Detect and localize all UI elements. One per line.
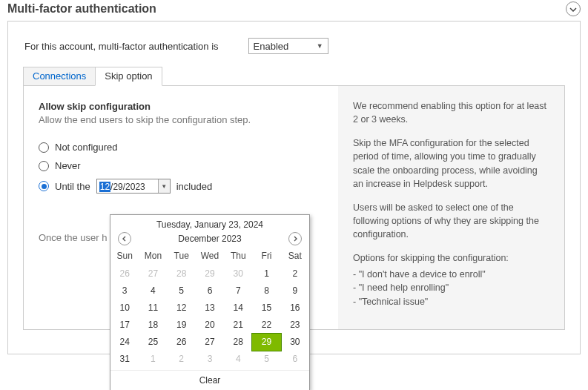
- radio-not-configured[interactable]: [39, 142, 49, 153]
- tab-skip-option[interactable]: Skip option: [95, 67, 162, 86]
- radio-until[interactable]: [39, 181, 49, 191]
- calendar-day[interactable]: 13: [196, 300, 224, 317]
- calendar-day[interactable]: 11: [139, 300, 167, 317]
- arrow-right-icon: [292, 234, 298, 243]
- mfa-status-dropdown[interactable]: Enabled ▼: [248, 38, 328, 54]
- mfa-status-row: For this account, multi-factor authentic…: [8, 22, 580, 66]
- calendar-day[interactable]: 1: [252, 265, 280, 282]
- tab-connections[interactable]: Connections: [23, 67, 96, 86]
- radio-label: Never: [55, 160, 81, 171]
- info-option: "I need help enrolling": [353, 281, 549, 294]
- calendar-day[interactable]: 2: [168, 351, 196, 368]
- tab-label: Skip option: [105, 70, 152, 82]
- radio-label: Not configured: [55, 142, 118, 153]
- tab-label: Connections: [33, 70, 86, 82]
- info-panel: We recommend enabling this option for at…: [338, 86, 564, 329]
- info-option: "I don't have a device to enroll": [353, 268, 549, 281]
- radio-never[interactable]: [39, 161, 49, 171]
- date-picker-clear-button[interactable]: Clear: [110, 370, 309, 387]
- calendar-day[interactable]: 1: [139, 351, 167, 368]
- calendar-day[interactable]: 16: [281, 300, 309, 317]
- until-date-dropdown-button[interactable]: ▼: [158, 179, 170, 193]
- calendar-day[interactable]: 7: [224, 282, 252, 300]
- calendar-day[interactable]: 26: [168, 334, 196, 351]
- calendar-day[interactable]: 20: [196, 317, 224, 334]
- info-options-list: "I don't have a device to enroll" "I nee…: [353, 268, 549, 308]
- radio-row-until[interactable]: Until the 12/29/2023 ▼ included: [39, 179, 323, 194]
- prev-month-button[interactable]: [118, 232, 131, 245]
- date-picker-popup: Tuesday, January 23, 2024 December 2023 …: [110, 214, 310, 390]
- calendar-day[interactable]: 12: [168, 300, 196, 317]
- collapse-toggle[interactable]: [566, 1, 581, 16]
- date-selected-segment: 12: [99, 182, 110, 192]
- calendar-day[interactable]: 30: [224, 265, 252, 282]
- until-date-input[interactable]: 12/29/2023 ▼: [96, 179, 171, 194]
- calendar-day[interactable]: 30: [281, 334, 309, 351]
- arrow-left-icon: [122, 234, 128, 243]
- calendar-day[interactable]: 4: [139, 282, 167, 300]
- info-option: "Technical issue": [353, 295, 549, 308]
- included-label: included: [176, 181, 212, 192]
- calendar-day[interactable]: 28: [224, 334, 252, 351]
- calendar-grid: SunMonTueWedThuFriSat 262728293012345678…: [110, 248, 309, 368]
- next-month-button[interactable]: [288, 232, 302, 245]
- calendar-day[interactable]: 3: [110, 282, 139, 300]
- calendar-day[interactable]: 29: [196, 265, 224, 282]
- calendar-dow: Wed: [196, 248, 224, 265]
- info-paragraph: Users will be asked to select one of the…: [353, 201, 549, 241]
- date-picker-nav: December 2023: [110, 232, 309, 248]
- until-date-text[interactable]: 12/29/2023: [97, 179, 158, 193]
- radio-row-never[interactable]: Never: [39, 160, 323, 171]
- calendar-day[interactable]: 28: [168, 265, 196, 282]
- calendar-dow: Fri: [252, 248, 280, 265]
- calendar-day[interactable]: 22: [252, 317, 280, 334]
- calendar-day[interactable]: 27: [196, 334, 224, 351]
- calendar-dow: Sun: [110, 248, 139, 265]
- calendar-dow: Sat: [281, 248, 309, 265]
- calendar-day[interactable]: 10: [110, 300, 139, 317]
- calendar-day[interactable]: 9: [281, 282, 309, 300]
- date-picker-month-label[interactable]: December 2023: [178, 234, 241, 244]
- calendar-day[interactable]: 26: [110, 265, 139, 282]
- chevron-down-icon: [569, 5, 577, 13]
- calendar-day[interactable]: 24: [110, 334, 139, 351]
- calendar-dow: Thu: [224, 248, 252, 265]
- calendar-day[interactable]: 15: [252, 300, 280, 317]
- tabstrip: Connections Skip option: [8, 66, 580, 85]
- calendar-day[interactable]: 17: [110, 317, 139, 334]
- skip-heading: Allow skip configuration: [39, 101, 323, 112]
- date-rest: /29/2023: [110, 182, 145, 192]
- calendar-day[interactable]: 25: [139, 334, 167, 351]
- calendar-dow: Mon: [139, 248, 167, 265]
- calendar-day[interactable]: 31: [110, 351, 139, 368]
- calendar-day[interactable]: 19: [168, 317, 196, 334]
- calendar-day[interactable]: 29: [252, 334, 280, 351]
- calendar-day[interactable]: 14: [224, 300, 252, 317]
- calendar-day[interactable]: 5: [252, 351, 280, 368]
- calendar-day[interactable]: 5: [168, 282, 196, 300]
- chevron-down-icon: ▼: [161, 183, 167, 190]
- chevron-down-icon: ▼: [317, 42, 323, 50]
- calendar-day[interactable]: 6: [281, 351, 309, 368]
- radio-label: Until the: [55, 181, 90, 192]
- calendar-day[interactable]: 3: [196, 351, 224, 368]
- calendar-day[interactable]: 27: [139, 265, 167, 282]
- calendar-day[interactable]: 6: [196, 282, 224, 300]
- section-header: Multi-factor authentication: [0, 0, 588, 21]
- calendar-day[interactable]: 23: [281, 317, 309, 334]
- mfa-status-label: For this account, multi-factor authentic…: [24, 41, 219, 52]
- calendar-day[interactable]: 18: [139, 317, 167, 334]
- section-title: Multi-factor authentication: [7, 2, 566, 16]
- calendar-day[interactable]: 21: [224, 317, 252, 334]
- calendar-day[interactable]: 2: [281, 265, 309, 282]
- date-picker-today-line[interactable]: Tuesday, January 23, 2024: [110, 215, 309, 232]
- info-paragraph: Skip the MFA configuration for the selec…: [353, 136, 549, 191]
- info-paragraph: We recommend enabling this option for at…: [353, 99, 549, 126]
- calendar-dow: Tue: [168, 248, 196, 265]
- mfa-status-value: Enabled: [254, 41, 289, 52]
- calendar-day[interactable]: 4: [224, 351, 252, 368]
- info-options-label: Options for skipping the configuration:: [353, 251, 549, 265]
- skip-subtext: Allow the end users to skip the configur…: [39, 113, 261, 127]
- radio-row-not-configured[interactable]: Not configured: [39, 142, 323, 153]
- calendar-day[interactable]: 8: [252, 282, 280, 300]
